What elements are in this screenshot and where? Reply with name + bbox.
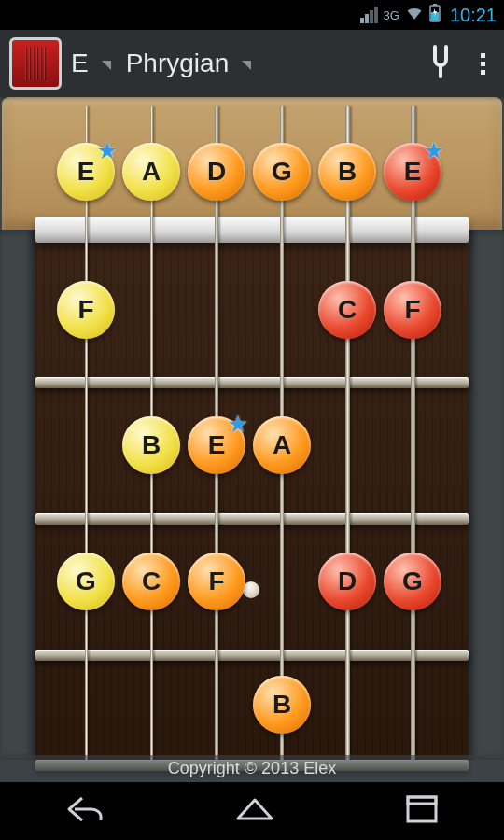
note-label: F xyxy=(404,295,420,325)
back-button[interactable] xyxy=(65,794,105,828)
note-marker[interactable]: A xyxy=(122,143,180,201)
note-marker[interactable]: A xyxy=(253,416,311,474)
tuning-fork-icon xyxy=(427,45,455,78)
note-marker[interactable]: B xyxy=(122,416,180,474)
root-note-dropdown[interactable]: E xyxy=(71,49,111,78)
overflow-dot xyxy=(481,70,485,75)
note-marker[interactable]: F xyxy=(57,281,115,339)
battery-icon xyxy=(429,4,441,27)
fret-wire-2 xyxy=(35,513,469,525)
note-label: E xyxy=(208,430,226,460)
copyright-text: Copyright © 2013 Elex xyxy=(0,755,504,782)
dropdown-triangle-icon xyxy=(102,61,111,70)
note-label: F xyxy=(208,567,224,596)
overflow-menu-button[interactable] xyxy=(471,48,495,80)
note-marker[interactable]: G xyxy=(253,143,311,201)
note-marker[interactable]: B xyxy=(318,143,376,201)
home-button[interactable] xyxy=(234,794,275,828)
note-marker[interactable]: F xyxy=(188,553,245,610)
note-marker[interactable]: C xyxy=(318,281,376,339)
note-marker[interactable]: G xyxy=(384,553,441,610)
note-label: E xyxy=(404,157,422,187)
note-marker[interactable]: C xyxy=(122,553,180,610)
note-label: B xyxy=(338,157,357,187)
svg-rect-4 xyxy=(408,797,436,804)
signal-icon xyxy=(360,7,378,23)
root-star-icon: ★ xyxy=(98,139,117,163)
svg-rect-2 xyxy=(433,4,437,6)
note-label: A xyxy=(142,157,161,187)
scale-dropdown[interactable]: Phrygian xyxy=(126,49,252,78)
note-label: D xyxy=(207,157,226,187)
note-label: G xyxy=(272,157,292,187)
note-marker[interactable]: B xyxy=(253,676,311,734)
root-star-icon: ★ xyxy=(229,413,247,437)
recents-button[interactable] xyxy=(405,794,439,828)
dropdown-triangle-icon xyxy=(242,61,251,70)
overflow-dot xyxy=(481,62,485,66)
network-type: 3G xyxy=(384,8,399,22)
left-gutter xyxy=(0,230,35,760)
string-1[interactable] xyxy=(85,106,88,760)
note-label: F xyxy=(77,295,93,325)
fretboard-view[interactable]: E★ADGBE★FCFBE★AGCFDGB xyxy=(0,97,504,760)
string-5[interactable] xyxy=(345,106,350,760)
status-bar: 3G 10:21 xyxy=(0,0,504,30)
clock: 10:21 xyxy=(450,5,497,26)
right-gutter xyxy=(469,230,504,760)
app-toolbar: E Phrygian xyxy=(0,30,504,97)
fret-wire-1 xyxy=(35,377,469,388)
root-note-label: E xyxy=(71,49,89,78)
note-label: C xyxy=(338,295,357,325)
note-label: G xyxy=(76,567,96,596)
string-6[interactable] xyxy=(411,106,415,760)
note-label: A xyxy=(273,430,291,460)
note-marker[interactable]: D xyxy=(318,553,376,610)
system-nav-bar xyxy=(0,782,504,840)
note-label: B xyxy=(142,430,161,460)
note-label: D xyxy=(338,567,357,596)
root-star-icon: ★ xyxy=(425,139,443,163)
note-label: B xyxy=(273,690,291,720)
note-marker[interactable]: E★ xyxy=(57,143,115,201)
note-marker[interactable]: E★ xyxy=(188,416,245,474)
note-marker[interactable]: F xyxy=(384,281,441,339)
svg-rect-3 xyxy=(408,797,436,821)
tuning-fork-button[interactable] xyxy=(419,37,462,90)
note-label: C xyxy=(142,567,161,596)
scale-name-label: Phrygian xyxy=(126,49,230,78)
note-marker[interactable]: G xyxy=(57,553,115,610)
note-marker[interactable]: D xyxy=(188,143,245,201)
overflow-dot xyxy=(481,53,485,58)
note-marker[interactable]: E★ xyxy=(384,143,441,201)
wifi-icon xyxy=(405,4,424,27)
fret-wire-3 xyxy=(35,650,469,661)
note-label: E xyxy=(77,157,95,187)
app-icon[interactable] xyxy=(9,37,62,90)
note-label: G xyxy=(402,567,423,596)
nut xyxy=(35,217,469,243)
